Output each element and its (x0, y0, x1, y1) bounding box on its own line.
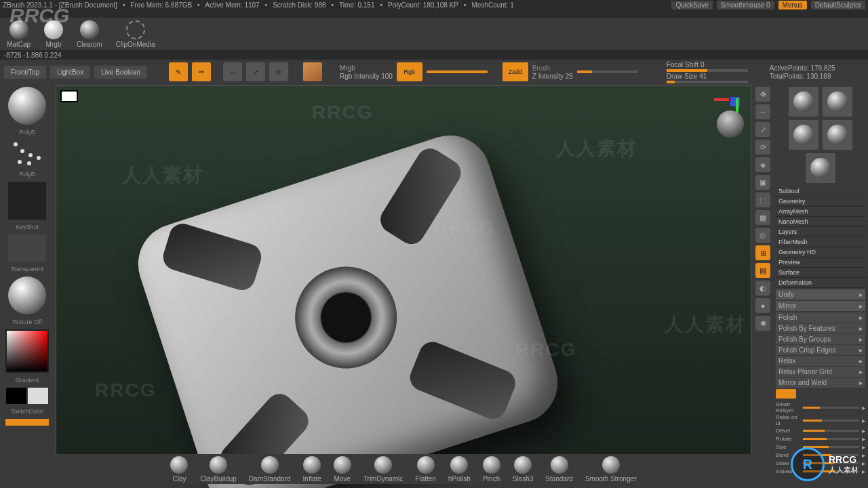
tool-thumb-5[interactable] (806, 153, 835, 183)
tab-front[interactable]: Front/Top (4, 66, 46, 79)
model[interactable] (127, 125, 568, 488)
panel-preview[interactable]: Preview (776, 258, 865, 268)
brush-pinch[interactable]: Pinch (483, 456, 500, 483)
brush-inflate[interactable]: Inflate (303, 456, 321, 483)
tool-thumb-4[interactable] (823, 120, 852, 150)
brush-flatten[interactable]: Flatten (415, 456, 436, 483)
stat-activemem: Active Mem: 1107 (205, 1, 260, 9)
panel-arraymesh[interactable]: ArrayMesh (776, 207, 865, 217)
slider-relax-on-ui[interactable]: Relax on ui▸ (776, 414, 865, 426)
drawsize-label[interactable]: Draw Size 41 (667, 73, 748, 80)
draw-icon[interactable]: ✥ (755, 87, 770, 102)
zint-label[interactable]: Z Intensity 25 (532, 73, 573, 80)
tool-thumb-2[interactable] (823, 87, 852, 117)
slider-smart-resym[interactable]: Smart ReSym▸ (776, 401, 865, 413)
perspective-icon[interactable]: ⬚ (755, 192, 770, 207)
viewport[interactable] (56, 85, 751, 473)
tool-thumb-3[interactable] (789, 120, 818, 150)
quicksave-button[interactable]: QuickSave (671, 1, 712, 9)
material-preview[interactable] (8, 277, 46, 314)
brush-standard[interactable]: Standard (545, 456, 573, 483)
panel-nanomesh[interactable]: NanoMesh (776, 217, 865, 227)
frame-icon[interactable]: ▣ (755, 175, 770, 190)
edit-button[interactable]: ✎ (169, 62, 188, 81)
watermark-logo: RRCG (9, 4, 69, 27)
deform-polish[interactable]: Polish▸ (776, 312, 865, 323)
brush-smooth-stronger[interactable]: Smooth Stronger (585, 456, 637, 483)
move-button[interactable]: ↔ (223, 62, 242, 81)
mrgb-label[interactable]: Mrgb (340, 64, 393, 72)
deform-toggle[interactable] (776, 389, 796, 399)
deform-mirror-and-weld[interactable]: Mirror and Weld▸ (776, 378, 865, 388)
alternate-button[interactable] (5, 419, 49, 426)
sculptor[interactable]: DefaultSculptor (811, 1, 865, 9)
material-swatch[interactable] (303, 62, 322, 81)
stat-mesh: MeshCount: 1 (471, 1, 513, 9)
stat-scratch: Scratch Disk: 988 (273, 1, 326, 9)
tool-thumb-1[interactable] (789, 87, 818, 117)
color-picker[interactable] (5, 329, 49, 373)
texture-slot[interactable] (8, 235, 46, 262)
panel-layers[interactable]: Layers (776, 227, 865, 237)
nav-preview[interactable] (717, 110, 744, 138)
stat-freemem: Free Mem: 6,687GB (130, 1, 192, 9)
ghost-icon[interactable]: ◐ (755, 281, 770, 296)
solo-icon[interactable]: ● (755, 298, 770, 313)
gizmo-icon[interactable]: ◈ (755, 157, 770, 172)
stat-poly: PolyCount: 180,108 KP (388, 1, 458, 9)
deform-polish-by-features[interactable]: Polish By Features▸ (776, 323, 865, 333)
rgb-toggle[interactable]: Rgb (397, 62, 422, 81)
zadd-toggle[interactable]: Zadd (502, 62, 528, 81)
panel-surface[interactable]: Surface (776, 268, 865, 278)
panel-fibermesh[interactable]: FiberMesh (776, 237, 865, 247)
panel-geometry-hd[interactable]: Geometry HD (776, 247, 865, 258)
panel-subtool[interactable]: Subtool (776, 186, 865, 197)
brush-move[interactable]: Move (334, 456, 351, 483)
stroke-preview[interactable] (8, 140, 46, 167)
deform-relax-planar-grid[interactable]: Relax Planar Grid▸ (776, 367, 865, 377)
panel-geometry[interactable]: Geometry (776, 197, 865, 207)
panel-deformation[interactable]: Deformation (776, 278, 865, 288)
move-icon[interactable]: ↔ (755, 104, 770, 119)
menus-button[interactable]: Menus (778, 1, 807, 9)
deform-polish-crisp-edges[interactable]: Polish Crisp Edges▸ (776, 345, 865, 355)
scale-icon[interactable]: ⤢ (755, 122, 770, 137)
tab-lightbox[interactable]: LightBox (50, 66, 90, 79)
swatch-black[interactable] (6, 388, 26, 404)
brush-claybuildup[interactable]: ClayBuildup (200, 456, 236, 483)
swatch-white[interactable] (28, 388, 48, 404)
deform-polish-by-groups[interactable]: Polish By Groups▸ (776, 334, 865, 344)
tab-liveboolean[interactable]: Live Boolean (94, 66, 147, 79)
rotate-button[interactable]: ⟳ (269, 62, 288, 81)
local-icon[interactable]: ◎ (755, 228, 770, 243)
slider-rotate[interactable]: Rotate▸ (776, 435, 865, 443)
rgbint-label[interactable]: Rgb Intensity 100 (340, 73, 393, 80)
totalpoints: TotalPoints: 130,169 (770, 73, 835, 80)
brush-clay[interactable]: Clay (170, 456, 188, 483)
focal-label[interactable]: Focal Shift 0 (667, 61, 748, 68)
rotate-icon[interactable]: ⟳ (755, 140, 770, 155)
main-menu[interactable] (0, 9, 868, 18)
smoothmouse[interactable]: Smoothmouse 0 (717, 1, 774, 9)
brush-slash3[interactable]: Slash3 (513, 456, 534, 483)
brush-preview[interactable] (8, 87, 46, 125)
polyframe-icon[interactable]: ▤ (755, 263, 770, 278)
clip-button[interactable]: ClipOnMedia (116, 20, 155, 48)
deform-mirror[interactable]: Mirror▸ (776, 301, 865, 311)
draw-button[interactable]: ✏ (192, 62, 211, 81)
scale-button[interactable]: ⤢ (246, 62, 265, 81)
deform-relax[interactable]: Relax▸ (776, 356, 865, 366)
alpha-preview[interactable] (8, 182, 46, 220)
slider-offset[interactable]: Offset▸ (776, 427, 865, 434)
xpose-icon[interactable]: ✱ (755, 316, 770, 331)
doc-corner (60, 90, 78, 102)
clearom-button[interactable]: Clearom (77, 20, 102, 48)
footer-logo: R RRCG人人素材 (791, 447, 859, 481)
brush-trimdynamic[interactable]: TrimDynamic (363, 456, 403, 483)
brush-hpolish[interactable]: hPolish (448, 456, 471, 483)
floor-icon[interactable]: ▦ (755, 210, 770, 225)
stat-time: Time: 0.151 (339, 1, 374, 9)
deform-unify[interactable]: Unify▸ (776, 289, 865, 300)
brush-damstandard[interactable]: DamStandard (249, 456, 291, 483)
sym-icon[interactable]: ⊞ (755, 245, 770, 260)
